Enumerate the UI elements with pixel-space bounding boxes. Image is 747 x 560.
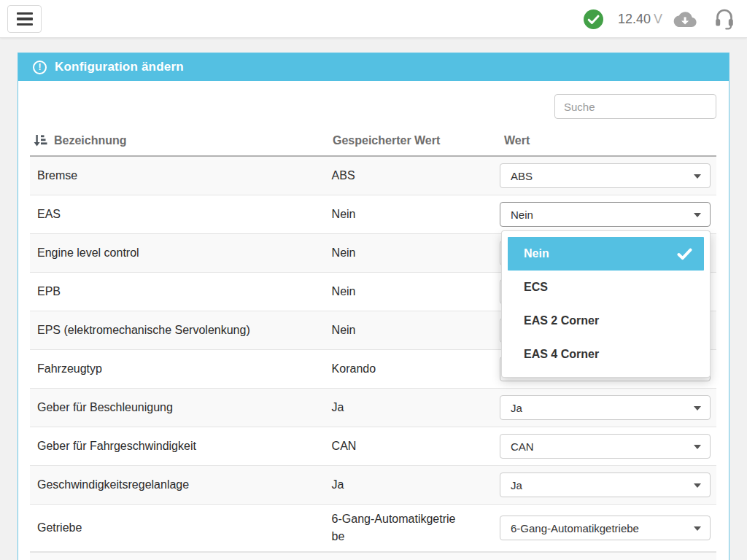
chevron-down-icon: [694, 406, 701, 411]
hamburger-icon: [17, 18, 33, 20]
table-row: Geschwindigkeitsregelanlage Ja Ja: [30, 466, 716, 505]
dropdown-option[interactable]: EAS 4 Corner: [508, 338, 704, 371]
row-label: Geschwindigkeitsregelanlage: [30, 478, 325, 491]
headset-icon[interactable]: [715, 8, 734, 30]
chevron-down-icon: [694, 445, 701, 449]
info-circle-icon: !: [33, 61, 47, 74]
value-dropdown[interactable]: Ja: [500, 395, 711, 420]
top-bar: 12.40V: [0, 0, 747, 38]
dropdown-option-label: Nein: [524, 247, 549, 260]
configuration-panel: ! Konfiguration ändern Bezeichnung Gespe…: [18, 52, 729, 560]
dropdown-option-label: EAS 2 Corner: [524, 314, 599, 327]
chevron-down-icon: [694, 213, 701, 217]
saved-value: Ja: [325, 470, 499, 499]
table-row: Geber für Fahrgeschwindigkeit CAN CAN: [30, 427, 716, 466]
row-label: Geber für Beschleunigung: [30, 401, 325, 414]
chevron-down-icon: [694, 483, 701, 488]
row-label: EAS: [30, 208, 325, 221]
saved-value: Nein: [325, 277, 499, 306]
eas-dropdown-menu: Nein ECS EAS 2 Corner EAS 4 Corner: [501, 230, 711, 378]
search-input[interactable]: [554, 94, 716, 119]
dropdown-selected-value: 6-Gang-Automatikgetriebe: [511, 522, 639, 534]
saved-value: CAN: [325, 432, 499, 461]
dropdown-option[interactable]: EAS 2 Corner: [508, 304, 704, 338]
chevron-down-icon: [694, 174, 701, 179]
voltage-unit: V: [654, 12, 662, 26]
check-icon: [677, 248, 692, 260]
cloud-download-icon[interactable]: [673, 10, 697, 28]
value-dropdown[interactable]: CAN: [500, 434, 711, 459]
saved-value: Nein: [325, 238, 499, 268]
panel-header: ! Konfiguration ändern: [18, 53, 729, 81]
dropdown-option-label: EAS 4 Corner: [524, 348, 599, 361]
battery-voltage: 12.40V: [618, 12, 662, 27]
dropdown-selected-value: ABS: [511, 170, 533, 182]
dropdown-selected-value: Nein: [511, 209, 533, 221]
table-row-partial: [30, 552, 716, 560]
column-header-bezeichnung[interactable]: Bezeichnung: [54, 134, 127, 147]
chevron-down-icon: [694, 526, 701, 531]
row-label: Bremse: [30, 169, 325, 182]
value-dropdown[interactable]: Nein: [500, 202, 711, 227]
saved-value: 6-Gang-Automatikgetriebe: [325, 505, 499, 551]
value-dropdown[interactable]: ABS: [500, 163, 711, 188]
row-label: EPS (elektromechanische Servolenkung): [30, 324, 325, 337]
table-row: Geber für Beschleunigung Ja Ja: [30, 389, 716, 427]
saved-value: Korando: [325, 354, 499, 384]
hamburger-icon: [17, 23, 33, 26]
dropdown-option[interactable]: ECS: [508, 271, 704, 304]
row-label: Geber für Fahrgeschwindigkeit: [30, 440, 325, 453]
status-ok-icon: [584, 9, 603, 29]
table-row: Bremse ABS ABS: [30, 157, 716, 195]
value-dropdown[interactable]: Ja: [500, 472, 711, 497]
table-row: Getriebe 6-Gang-Automatikgetriebe 6-Gang…: [30, 505, 716, 552]
row-label: EPB: [30, 285, 325, 298]
dropdown-selected-value: Ja: [511, 402, 522, 414]
saved-value: Nein: [325, 200, 499, 229]
column-header-wert[interactable]: Wert: [500, 134, 716, 147]
menu-button[interactable]: [7, 5, 42, 33]
saved-value: Ja: [325, 393, 499, 422]
row-label: Getriebe: [30, 521, 325, 534]
dropdown-selected-value: Ja: [511, 479, 522, 491]
table-row: EAS Nein Nein: [30, 195, 716, 234]
dropdown-option[interactable]: Nein: [508, 237, 704, 271]
row-label: Engine level control: [30, 246, 325, 260]
row-label: Fahrzeugtyp: [30, 362, 325, 376]
table-header-row: Bezeichnung Gespeicherter Wert Wert: [30, 126, 716, 157]
panel-title: Konfiguration ändern: [55, 60, 184, 74]
value-dropdown[interactable]: 6-Gang-Automatikgetriebe: [500, 516, 711, 540]
sort-amount-icon[interactable]: [33, 134, 47, 147]
saved-value: Nein: [325, 316, 499, 345]
dropdown-option-label: ECS: [524, 281, 548, 294]
saved-value: ABS: [325, 161, 499, 190]
column-header-gespeicherter-wert[interactable]: Gespeicherter Wert: [325, 134, 500, 147]
hamburger-icon: [17, 12, 33, 15]
dropdown-selected-value: CAN: [511, 440, 534, 453]
